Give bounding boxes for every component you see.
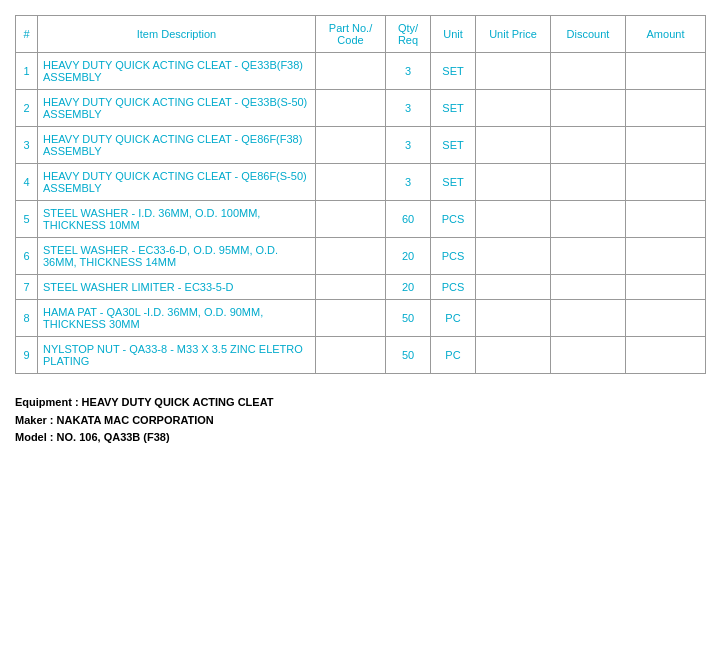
cell-amount — [626, 53, 706, 90]
cell-qty: 50 — [386, 337, 431, 374]
table-row: 1HEAVY DUTY QUICK ACTING CLEAT - QE33B(F… — [16, 53, 706, 90]
cell-num: 9 — [16, 337, 38, 374]
header-description: Item Description — [38, 16, 316, 53]
cell-part-no — [316, 164, 386, 201]
cell-unit-price — [476, 127, 551, 164]
cell-unit-price — [476, 201, 551, 238]
cell-part-no — [316, 127, 386, 164]
cell-num: 3 — [16, 127, 38, 164]
cell-qty: 3 — [386, 164, 431, 201]
cell-unit-price — [476, 337, 551, 374]
cell-description: STEEL WASHER - EC33-6-D, O.D. 95MM, O.D.… — [38, 238, 316, 275]
cell-unit-price — [476, 300, 551, 337]
maker-label: Maker : NAKATA MAC CORPORATION — [15, 412, 706, 430]
model-label: Model : NO. 106, QA33B (F38) — [15, 429, 706, 447]
cell-part-no — [316, 337, 386, 374]
cell-description: HEAVY DUTY QUICK ACTING CLEAT - QE86F(F3… — [38, 127, 316, 164]
cell-unit: SET — [431, 53, 476, 90]
cell-amount — [626, 300, 706, 337]
cell-discount — [551, 238, 626, 275]
cell-amount — [626, 201, 706, 238]
cell-description: NYLSTOP NUT - QA33-8 - M33 X 3.5 ZINC EL… — [38, 337, 316, 374]
cell-discount — [551, 201, 626, 238]
table-row: 8HAMA PAT - QA30L -I.D. 36MM, O.D. 90MM,… — [16, 300, 706, 337]
cell-qty: 3 — [386, 90, 431, 127]
cell-amount — [626, 275, 706, 300]
cell-part-no — [316, 201, 386, 238]
cell-amount — [626, 164, 706, 201]
table-row: 5STEEL WASHER - I.D. 36MM, O.D. 100MM, T… — [16, 201, 706, 238]
cell-discount — [551, 275, 626, 300]
cell-unit: PCS — [431, 238, 476, 275]
cell-unit-price — [476, 53, 551, 90]
cell-num: 1 — [16, 53, 38, 90]
cell-qty: 3 — [386, 53, 431, 90]
cell-unit: PCS — [431, 275, 476, 300]
cell-amount — [626, 127, 706, 164]
cell-description: HAMA PAT - QA30L -I.D. 36MM, O.D. 90MM, … — [38, 300, 316, 337]
cell-num: 4 — [16, 164, 38, 201]
cell-discount — [551, 300, 626, 337]
cell-description: STEEL WASHER LIMITER - EC33-5-D — [38, 275, 316, 300]
cell-num: 6 — [16, 238, 38, 275]
cell-qty: 20 — [386, 238, 431, 275]
cell-unit: SET — [431, 127, 476, 164]
cell-discount — [551, 53, 626, 90]
cell-discount — [551, 90, 626, 127]
table-row: 4HEAVY DUTY QUICK ACTING CLEAT - QE86F(S… — [16, 164, 706, 201]
cell-discount — [551, 337, 626, 374]
table-row: 2HEAVY DUTY QUICK ACTING CLEAT - QE33B(S… — [16, 90, 706, 127]
table-row: 3HEAVY DUTY QUICK ACTING CLEAT - QE86F(F… — [16, 127, 706, 164]
cell-part-no — [316, 238, 386, 275]
cell-description: STEEL WASHER - I.D. 36MM, O.D. 100MM, TH… — [38, 201, 316, 238]
cell-num: 2 — [16, 90, 38, 127]
cell-amount — [626, 90, 706, 127]
cell-part-no — [316, 275, 386, 300]
cell-num: 7 — [16, 275, 38, 300]
cell-unit: PC — [431, 300, 476, 337]
cell-unit-price — [476, 238, 551, 275]
cell-description: HEAVY DUTY QUICK ACTING CLEAT - QE86F(S-… — [38, 164, 316, 201]
table-row: 6STEEL WASHER - EC33-6-D, O.D. 95MM, O.D… — [16, 238, 706, 275]
header-discount: Discount — [551, 16, 626, 53]
header-num: # — [16, 16, 38, 53]
cell-num: 5 — [16, 201, 38, 238]
table-row: 9NYLSTOP NUT - QA33-8 - M33 X 3.5 ZINC E… — [16, 337, 706, 374]
cell-part-no — [316, 90, 386, 127]
cell-description: HEAVY DUTY QUICK ACTING CLEAT - QE33B(F3… — [38, 53, 316, 90]
header-unit: Unit — [431, 16, 476, 53]
header-qty: Qty/ Req — [386, 16, 431, 53]
cell-qty: 50 — [386, 300, 431, 337]
cell-qty: 3 — [386, 127, 431, 164]
cell-part-no — [316, 300, 386, 337]
cell-qty: 60 — [386, 201, 431, 238]
cell-unit: SET — [431, 90, 476, 127]
header-amount: Amount — [626, 16, 706, 53]
cell-unit: PC — [431, 337, 476, 374]
footer-info: Equipment : HEAVY DUTY QUICK ACTING CLEA… — [15, 394, 706, 447]
header-part-no: Part No./ Code — [316, 16, 386, 53]
cell-unit-price — [476, 275, 551, 300]
cell-discount — [551, 164, 626, 201]
cell-qty: 20 — [386, 275, 431, 300]
cell-amount — [626, 238, 706, 275]
cell-description: HEAVY DUTY QUICK ACTING CLEAT - QE33B(S-… — [38, 90, 316, 127]
cell-num: 8 — [16, 300, 38, 337]
cell-unit-price — [476, 164, 551, 201]
cell-unit: SET — [431, 164, 476, 201]
cell-part-no — [316, 53, 386, 90]
parts-table: # Item Description Part No./ Code Qty/ R… — [15, 15, 706, 374]
header-unit-price: Unit Price — [476, 16, 551, 53]
equipment-label: Equipment : HEAVY DUTY QUICK ACTING CLEA… — [15, 394, 706, 412]
table-row: 7STEEL WASHER LIMITER - EC33-5-D20PCS — [16, 275, 706, 300]
cell-unit-price — [476, 90, 551, 127]
cell-amount — [626, 337, 706, 374]
cell-unit: PCS — [431, 201, 476, 238]
cell-discount — [551, 127, 626, 164]
